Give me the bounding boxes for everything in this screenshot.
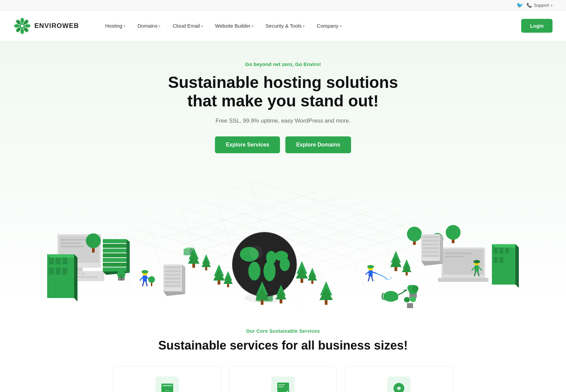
svg-marker-182 <box>440 234 443 264</box>
svg-marker-73 <box>47 254 77 258</box>
svg-line-85 <box>143 282 144 286</box>
svg-rect-181 <box>422 254 439 257</box>
svg-rect-151 <box>395 267 397 271</box>
support-link[interactable]: 📞 Support <box>527 3 553 8</box>
svg-rect-58 <box>103 244 126 248</box>
svg-rect-139 <box>184 249 190 255</box>
svg-marker-98 <box>163 291 185 296</box>
svg-marker-191 <box>515 244 519 288</box>
svg-point-116 <box>249 246 263 259</box>
services-cards <box>13 366 553 392</box>
support-chevron <box>551 4 553 7</box>
nav-website-builder-label: Website Builder <box>215 23 250 29</box>
service-card-1 <box>113 366 221 392</box>
svg-point-198 <box>473 260 480 263</box>
svg-rect-176 <box>422 236 439 238</box>
svg-point-164 <box>406 290 407 291</box>
svg-rect-185 <box>494 248 498 254</box>
service-card-3-icon <box>387 377 411 392</box>
svg-point-202 <box>410 297 416 302</box>
svg-point-156 <box>407 227 422 241</box>
nav-website-builder-chevron <box>252 24 253 28</box>
svg-point-165 <box>404 290 405 291</box>
nav-domains[interactable]: Domains <box>131 11 166 41</box>
svg-rect-188 <box>494 257 498 263</box>
services-section: Our Core Sustainable Services Sustainabl… <box>0 308 566 392</box>
svg-rect-123 <box>227 284 229 287</box>
nav-security-tools-chevron <box>303 24 305 28</box>
svg-rect-143 <box>369 270 373 276</box>
svg-rect-53 <box>78 273 81 274</box>
nav-security-tools[interactable]: Security & Tools <box>259 11 311 41</box>
svg-rect-173 <box>445 256 465 257</box>
explore-services-button[interactable]: Explore Services <box>215 136 280 153</box>
svg-rect-177 <box>422 239 439 242</box>
nav-hosting[interactable]: Hosting <box>99 11 131 41</box>
svg-rect-70 <box>49 268 54 274</box>
svg-rect-162 <box>383 293 398 300</box>
svg-line-29 <box>148 221 165 281</box>
svg-rect-72 <box>62 268 67 274</box>
nav-hosting-label: Hosting <box>105 23 122 29</box>
svg-rect-62 <box>103 263 126 267</box>
svg-point-89 <box>148 276 155 283</box>
svg-marker-64 <box>126 239 130 273</box>
svg-rect-91 <box>164 266 181 269</box>
svg-rect-199 <box>407 303 413 308</box>
svg-rect-180 <box>422 251 439 253</box>
svg-rect-54 <box>82 273 84 274</box>
svg-point-3 <box>25 24 30 28</box>
logo[interactable]: ENVIROWEB <box>13 17 79 35</box>
services-title: Sustainable services for all business si… <box>13 338 553 353</box>
header: ENVIROWEB Hosting Domains Cloud Email We… <box>0 11 566 41</box>
svg-point-80 <box>86 233 101 248</box>
support-label: Support <box>534 3 549 8</box>
svg-rect-56 <box>77 276 98 278</box>
hero-subtitle: Go beyond net zero, Go Enviro! <box>245 61 321 67</box>
nav-company-chevron <box>340 24 342 28</box>
support-icon: 📞 <box>527 3 532 8</box>
service-card-2-icon <box>271 377 295 392</box>
svg-point-7 <box>14 24 20 28</box>
svg-rect-178 <box>422 243 439 246</box>
login-button[interactable]: Login <box>521 19 553 33</box>
nav-security-tools-label: Security & Tools <box>265 23 302 29</box>
svg-rect-120 <box>218 281 220 285</box>
svg-line-147 <box>372 276 373 281</box>
svg-rect-174 <box>438 278 489 282</box>
svg-rect-95 <box>164 281 181 284</box>
top-bar: 🐦 📞 Support <box>0 0 566 11</box>
hero-description: Free SSL, 99.9% uptime, easy WordPress a… <box>216 118 350 124</box>
svg-rect-129 <box>311 281 313 284</box>
services-subtitle: Our Core Sustainable Services <box>13 328 553 334</box>
svg-rect-82 <box>143 275 147 282</box>
hero-title: Sustainable hosting solutions that make … <box>165 73 401 110</box>
svg-rect-43 <box>61 246 84 247</box>
nav-cloud-email[interactable]: Cloud Email <box>166 11 209 41</box>
svg-rect-179 <box>422 247 439 250</box>
svg-point-160 <box>446 225 461 240</box>
svg-rect-189 <box>499 257 503 263</box>
svg-rect-69 <box>62 258 67 264</box>
nav-company[interactable]: Company <box>311 11 347 41</box>
nav-website-builder[interactable]: Website Builder <box>209 11 259 41</box>
svg-point-111 <box>248 262 260 281</box>
svg-rect-101 <box>192 264 195 268</box>
svg-marker-183 <box>421 261 443 266</box>
svg-rect-187 <box>505 248 509 254</box>
service-card-2 <box>229 366 337 392</box>
svg-point-148 <box>367 265 374 268</box>
svg-point-201 <box>404 297 410 302</box>
svg-rect-42 <box>61 242 81 244</box>
svg-rect-104 <box>205 267 207 270</box>
svg-rect-67 <box>49 258 54 264</box>
svg-rect-132 <box>261 300 263 305</box>
svg-line-144 <box>373 272 377 273</box>
svg-marker-190 <box>492 244 519 248</box>
hero-illustration <box>47 167 519 308</box>
explore-domains-button[interactable]: Explore Domains <box>285 136 351 153</box>
svg-line-83 <box>140 277 143 281</box>
svg-rect-61 <box>103 258 126 262</box>
svg-rect-209 <box>278 386 283 387</box>
svg-rect-135 <box>280 299 282 303</box>
